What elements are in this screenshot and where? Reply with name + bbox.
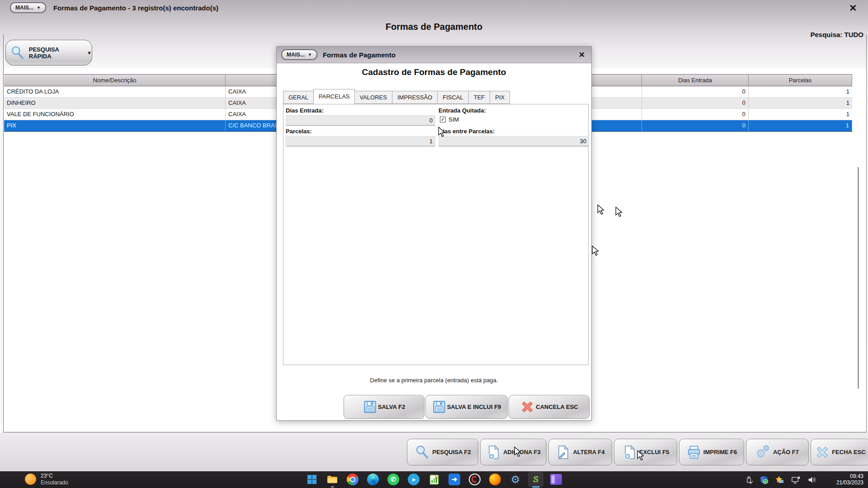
header-nome-descricao[interactable]: Nome/Descrição — [4, 75, 226, 86]
tab-valores[interactable]: VALORES — [354, 91, 392, 104]
red-x-icon — [520, 399, 535, 414]
dias-entrada-input[interactable]: 0 — [286, 115, 435, 126]
system-tray — [745, 475, 816, 484]
running-indicator — [331, 486, 334, 488]
mouse-cursor — [615, 206, 623, 217]
imprime-button[interactable]: IMPRIME F6 — [679, 439, 744, 465]
whatsapp-icon[interactable]: ✆ — [387, 473, 400, 486]
header-dias-entrada[interactable]: Dias Entrada — [642, 75, 749, 86]
file-explorer-icon[interactable] — [326, 473, 339, 486]
red-dark-app-icon[interactable] — [468, 473, 481, 486]
sg-app-icon[interactable]: S — [529, 473, 542, 486]
dias-entre-parcelas-input[interactable]: 30 — [439, 136, 589, 146]
chrome-icon[interactable] — [346, 473, 359, 486]
mouse-cursor — [438, 127, 445, 137]
vertical-scrollbar[interactable] — [858, 167, 859, 389]
dialog-title: Formas de Pagamento — [323, 51, 396, 59]
altera-button[interactable]: ALTERA F4 — [548, 439, 612, 465]
mouse-cursor — [637, 450, 644, 461]
cell-name: VALE DE FUNCIONÁRIO — [4, 109, 226, 120]
salva-button[interactable]: SALVA F2 — [344, 395, 425, 419]
blue-arrow-app-icon[interactable]: ➜ — [448, 473, 461, 486]
cadastro-dialog: MAIS... ▼ Formas de Pagamento ✕ Cadastro… — [276, 46, 592, 421]
exclui-button[interactable]: EXCLUI F5 — [614, 439, 677, 465]
entrada-quitada-label: Entrada Quitada: — [439, 107, 486, 114]
mais-menu-label: MAIS... — [15, 5, 33, 11]
dialog-close-button[interactable]: ✕ — [579, 50, 585, 60]
purple-media-app-icon[interactable] — [550, 473, 562, 486]
cell-parcelas: 1 — [749, 109, 852, 120]
main-titlebar: MAIS... ▼ Formas de Pagamento - 3 regist… — [0, 0, 868, 15]
fecha-button[interactable]: FECHA ESC — [811, 439, 868, 465]
chevron-down-icon: ▼ — [308, 52, 312, 57]
sun-icon — [25, 474, 36, 485]
weather-condition: Ensolarado — [41, 479, 68, 486]
document-x-icon — [622, 445, 637, 460]
checkbox-checked[interactable]: ✓ — [440, 117, 446, 122]
header-parcelas[interactable]: Parcelas — [749, 75, 852, 86]
button-label: ADICIONA F3 — [503, 449, 541, 455]
tab-fiscal[interactable]: FISCAL — [438, 91, 469, 104]
taskbar-clock[interactable]: 09:43 21/03/2023 — [836, 473, 863, 486]
clock-time: 09:43 — [836, 473, 863, 479]
mais-menu-button[interactable]: MAIS... ▼ — [10, 2, 46, 13]
button-label: IMPRIME F6 — [703, 449, 737, 455]
edge-icon[interactable] — [367, 473, 379, 486]
cell-name: PIX — [4, 120, 226, 131]
button-label: PESQUISA F2 — [432, 449, 471, 455]
windows-start-icon[interactable] — [306, 473, 318, 486]
dias-entrada-label: Dias Entrada: — [286, 107, 324, 114]
window-close-button[interactable]: ✕ — [849, 3, 857, 14]
salva-e-inclui-button[interactable]: SALVA E INCLUI F9 — [425, 395, 508, 419]
acao-button[interactable]: ⚙ ⚙ AÇÃO F7 — [746, 439, 809, 465]
floppy-disk-icon — [432, 400, 446, 414]
cell-parcelas: 1 — [749, 98, 852, 108]
cell-dias-entrada: 0 — [642, 109, 749, 120]
entrada-quitada-checkbox-row[interactable]: ✓ SIM — [440, 116, 459, 123]
tab-pix[interactable]: PIX — [490, 91, 510, 104]
cell-parcelas: 1 — [749, 86, 852, 97]
page-title: Formas de Pagamento — [0, 22, 868, 32]
application-window: MAIS... ▼ Formas de Pagamento - 3 regist… — [0, 0, 868, 488]
cell-name: DINHEIRO — [4, 98, 226, 108]
dialog-tabs: GERAL PARCELAS VALORES IMPRESSÃO FISCAL … — [283, 89, 510, 104]
firefox-icon[interactable] — [489, 473, 501, 486]
pesquisa-button[interactable]: PESQUISA F2 — [407, 439, 478, 465]
blue-gear-app-icon[interactable]: ⚙ — [509, 473, 522, 486]
parcelas-label: Parcelas: — [286, 128, 312, 135]
dialog-hint-text: Define se a primeira parcela (entrada) e… — [277, 377, 591, 384]
cell-parcelas: 1 — [749, 120, 852, 131]
button-label: ALTERA F4 — [573, 449, 604, 455]
button-label: AÇÃO F7 — [773, 449, 799, 455]
cancela-button[interactable]: CANCELA ESC — [509, 395, 590, 419]
tab-tef[interactable]: TEF — [469, 91, 491, 104]
checkbox-label: SIM — [448, 116, 459, 123]
telegram-icon[interactable]: ➤ — [407, 473, 420, 486]
tab-impressao[interactable]: IMPRESSÃO — [392, 91, 438, 104]
cell-dias-entrada: 0 — [642, 86, 749, 97]
security-shield-icon[interactable] — [760, 475, 769, 484]
dialog-heading: Cadastro de Formas de Pagamento — [277, 67, 591, 77]
document-plus-icon — [486, 445, 501, 460]
button-label: SALVA E INCLUI F9 — [447, 404, 501, 410]
speaker-icon[interactable] — [807, 475, 816, 484]
dialog-titlebar[interactable]: MAIS... ▼ Formas de Pagamento — [277, 47, 591, 63]
button-label: CANCELA ESC — [536, 404, 578, 410]
parcelas-tab-panel: Dias Entrada: 0 Entrada Quitada: ✓ SIM P… — [283, 104, 589, 365]
printer-icon — [686, 445, 702, 460]
dialog-mais-menu-button[interactable]: MAIS... ▼ — [281, 49, 317, 60]
mouse-cursor — [591, 245, 599, 256]
taskbar: 23°C Ensolarado ✆ — [0, 471, 868, 488]
mais-menu-label: MAIS... — [287, 52, 305, 58]
parcelas-input[interactable]: 1 — [286, 136, 435, 146]
report-app-icon[interactable] — [428, 473, 440, 486]
cell-name: CRÉDITO DA LOJA — [4, 86, 226, 97]
document-pencil-icon — [556, 445, 571, 460]
star-icon[interactable] — [775, 475, 784, 484]
network-monitor-icon[interactable] — [791, 476, 801, 484]
tab-parcelas[interactable]: PARCELAS — [313, 89, 355, 104]
tab-geral[interactable]: GERAL — [283, 91, 314, 104]
taskbar-weather-widget[interactable]: 23°C Ensolarado — [25, 473, 68, 486]
button-label: SALVA F2 — [378, 404, 405, 410]
usb-eject-icon[interactable] — [745, 476, 753, 484]
